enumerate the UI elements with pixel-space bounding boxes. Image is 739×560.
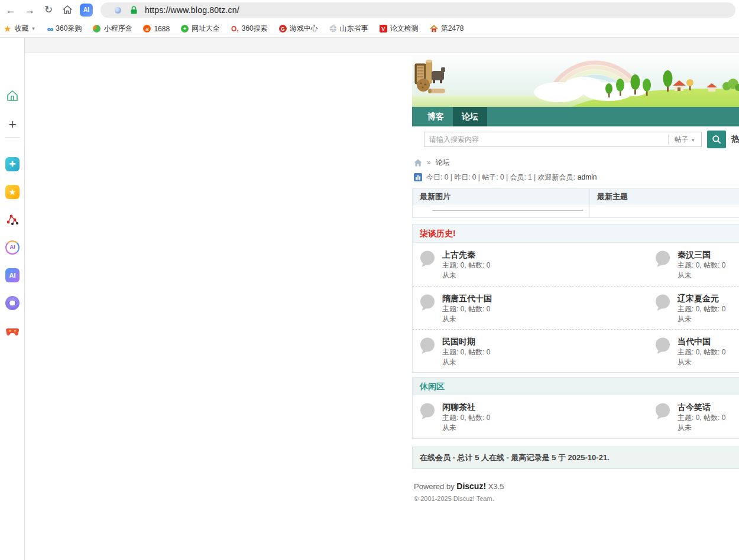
search-scope-dropdown[interactable]: 帖子 ▼ [668,135,701,145]
board-link[interactable]: 上古先秦 [442,250,648,260]
board-cell: 秦汉三国 主题: 0, 帖数: 0 从未 [648,243,739,286]
bookmark-miniprogram[interactable]: 小程序盒 [93,24,132,34]
board-lastpost[interactable]: 从未 [678,357,739,367]
board-cell: 闲聊茶社 主题: 0, 帖数: 0 从未 [413,395,648,438]
board-lastpost[interactable]: 从未 [678,423,739,433]
board-link[interactable]: 古今笑话 [678,402,739,412]
comment-bubble-icon [654,250,672,268]
comment-bubble-icon [419,250,436,268]
bookmark-360search[interactable]: O, 360搜索 [231,24,268,34]
board-lastpost[interactable]: 从未 [678,271,739,281]
home-breadcrumb-icon[interactable] [414,159,422,167]
bookmark-360caigou[interactable]: ∞ 360采购 [47,24,82,34]
board-lastpost[interactable]: 从未 [678,314,739,324]
globe-icon [329,25,337,32]
bookmark-label: 360搜索 [242,24,268,34]
board-link[interactable]: 当代中国 [678,337,739,347]
rail-nav-app-icon[interactable]: ✚ [5,157,20,171]
rail-ai-assistant-icon[interactable]: AI [5,240,20,255]
site-logo[interactable] [413,58,446,98]
forum-wrapper: 博客 论坛 帖子 ▼ 热搜 » 论坛 今日: 0 [412,54,739,502]
breadcrumb-current[interactable]: 论坛 [436,158,450,168]
rail-divider [5,137,20,138]
search-input[interactable] [424,133,668,146]
rail-favorites-app-icon[interactable]: ★ [5,185,20,199]
site-info-icon[interactable] [115,7,121,14]
alibaba-icon: a [143,25,151,32]
star-icon: ★ [4,24,11,34]
board-stats: 主题: 0, 帖数: 0 [442,347,648,357]
board-link[interactable]: 秦汉三国 [678,250,739,260]
chevron-down-icon: ▼ [691,138,695,143]
comment-bubble-icon [654,294,672,311]
latest-images-body [413,204,590,217]
browser-ai-icon[interactable]: AI [80,4,93,17]
plus-circle-icon: + [181,25,189,32]
bookmark-label: 360采购 [56,24,82,34]
board-lastpost[interactable]: 从未 [442,423,648,433]
category-title-leisure[interactable]: 休闲区 [412,377,739,395]
comment-bubble-icon [419,294,436,311]
bookmark-2478[interactable]: 第2478 [430,24,464,34]
bookmark-favorites[interactable]: ★ 收藏 ▼ [4,24,35,34]
bookmark-label: 小程序盒 [103,24,132,34]
forward-icon[interactable]: → [21,2,38,18]
rail-ai-app-icon[interactable]: AI [5,268,20,282]
back-icon[interactable]: ← [2,2,19,18]
header-banner [412,54,739,107]
hot-search-link[interactable]: 热搜 [731,134,739,145]
empty-slider-line [432,210,583,211]
rail-graph-app-icon[interactable] [5,213,20,227]
board-cell: 当代中国 主题: 0, 帖数: 0 从未 [648,329,739,372]
board-lastpost[interactable]: 从未 [442,314,648,324]
bookmark-label: 论文检测 [390,24,419,34]
address-bar[interactable]: https://www.blog.80tz.cn/ [101,2,735,18]
board-grid-leisure: 闲聊茶社 主题: 0, 帖数: 0 从未 古今笑话 主题: 0, 帖数: 0 从… [412,395,739,439]
search-o-icon: O, [231,25,239,33]
tab-forum[interactable]: 论坛 [453,107,487,126]
bookmark-label: 第2478 [441,24,464,34]
breadcrumb-separator: » [427,158,431,167]
chevron-down-icon[interactable]: ▼ [31,26,35,31]
lock-icon[interactable] [130,6,138,15]
web-page: 博客 论坛 帖子 ▼ 热搜 » 论坛 今日: 0 [25,38,739,560]
board-cell: 上古先秦 主题: 0, 帖数: 0 从未 [413,243,648,286]
rail-home-icon[interactable] [5,89,20,103]
board-lastpost[interactable]: 从未 [442,357,648,367]
stats-chart-icon [414,173,422,181]
bookmark-wangzhi[interactable]: + 网址大全 [181,24,220,34]
board-cell: 辽宋夏金元 主题: 0, 帖数: 0 从未 [648,286,739,329]
board-link[interactable]: 隋唐五代十国 [442,294,648,304]
search-box: 帖子 ▼ [424,132,702,147]
board-stats: 主题: 0, 帖数: 0 [442,260,648,271]
board-link[interactable]: 闲聊茶社 [442,402,648,412]
board-link[interactable]: 辽宋夏金元 [678,294,739,304]
discuz-brand-link[interactable]: Discuz! [456,481,486,491]
url-text[interactable]: https://www.blog.80tz.cn/ [145,5,239,15]
comment-bubble-icon [654,402,672,420]
category-title-history[interactable]: 柒谈历史! [412,224,739,242]
bookmark-shandong[interactable]: 山东省事 [329,24,368,34]
tab-blog[interactable]: 博客 [419,107,453,126]
bookmark-label: 网址大全 [192,24,220,34]
rail-robot-icon[interactable] [5,296,20,310]
refresh-icon[interactable]: ↻ [40,2,57,18]
bookmark-label: 山东省事 [340,24,368,34]
board-lastpost[interactable]: 从未 [442,271,648,281]
board-stats: 主题: 0, 帖数: 0 [442,304,648,314]
latest-topics-body [590,204,739,217]
copyright-text: © 2001-2025 Discuz! Team. [414,495,739,502]
home-icon[interactable] [59,2,76,18]
bookmark-paper-check[interactable]: V 论文检测 [380,24,419,34]
board-stats: 主题: 0, 帖数: 0 [678,304,739,314]
page-top-strip [25,38,739,53]
newest-member-link[interactable]: admin [578,173,597,181]
bookmark-1688[interactable]: a 1688 [143,25,170,33]
rail-add-icon[interactable]: ＋ [5,117,20,131]
search-button[interactable] [707,131,726,148]
board-link[interactable]: 民国时期 [442,337,648,347]
bookmark-gamecenter[interactable]: G 游戏中心 [279,24,318,34]
rail-gamepad-icon[interactable] [5,324,20,338]
stats-text: 今日: 0 | 昨日: 0 | 帖子: 0 | 会员: 1 | 欢迎新会员: [426,172,575,183]
browser-side-rail: ＋ ✚ ★ AI AI [0,38,25,560]
